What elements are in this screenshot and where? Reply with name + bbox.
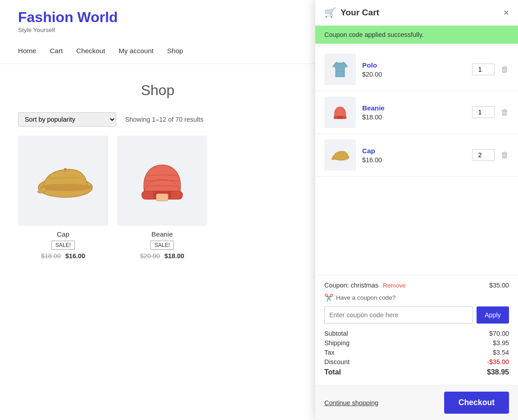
cart-item-polo-name: Polo (362, 61, 467, 69)
cart-item-polo-qty-input[interactable] (472, 64, 495, 75)
cart-title: Your Cart (341, 8, 504, 18)
cap-sale-badge: SALE! (51, 241, 75, 250)
cart-item-cap-qty-input[interactable] (472, 149, 495, 161)
cart-item-cap-price: $16.00 (362, 156, 467, 164)
cart-item-beanie: Beanie $18.00 🗑 (315, 91, 518, 134)
cart-item-beanie-delete-button[interactable]: 🗑 (501, 108, 509, 117)
main-content: Shop Sort by popularity Sort by latest S… (0, 64, 315, 278)
svg-rect-7 (156, 194, 168, 201)
svg-point-3 (64, 168, 67, 171)
product-name-beanie: Beanie SALE! $20.00 $18.00 (117, 230, 207, 260)
cart-icon: 🛒 (324, 7, 336, 18)
product-image-beanie[interactable] (117, 136, 207, 226)
cart-sidebar: 🛒 Your Cart × Coupon code applied succes… (315, 0, 518, 278)
cart-header: 🛒 Your Cart × (315, 0, 518, 26)
cap-original-price: $18.00 (41, 252, 61, 260)
cart-item-beanie-price: $18.00 (362, 114, 467, 121)
cart-item-polo-delete-button[interactable]: 🗑 (501, 65, 509, 74)
product-grid: Cap SALE! $18.00 $16.00 (18, 136, 297, 260)
cart-item-polo-qty-wrapper (472, 64, 495, 75)
beanie-sale-badge: SALE! (150, 241, 174, 250)
cart-footer: Coupon: christmas Remove $35.00 ✂️ Have … (315, 275, 518, 278)
cap-label: Cap (18, 230, 108, 238)
cart-item-beanie-name: Beanie (362, 104, 467, 112)
cart-item-polo: Polo $20.00 🗑 (315, 48, 518, 91)
cart-item-beanie-qty-input[interactable] (472, 106, 495, 118)
cap-sale-price: $16.00 (65, 252, 85, 260)
cart-item-beanie-image (324, 96, 356, 128)
beanie-label: Beanie (117, 230, 207, 238)
product-card-beanie: Beanie SALE! $20.00 $18.00 (117, 136, 207, 260)
shop-title: Shop (18, 82, 297, 99)
cart-item-beanie-info: Beanie $18.00 (362, 104, 467, 121)
product-card-cap: Cap SALE! $18.00 $16.00 (18, 136, 108, 260)
coupon-success-banner: Coupon code applied successfully. (315, 26, 518, 44)
nav-checkout[interactable]: Checkout (76, 47, 105, 55)
cart-item-cap-delete-button[interactable]: 🗑 (501, 151, 509, 160)
cart-item-cap-info: Cap $16.00 (362, 147, 467, 164)
filter-row: Sort by popularity Sort by latest Sort b… (18, 112, 297, 127)
cart-item-cap-qty-wrapper (472, 149, 495, 161)
beanie-original-price: $20.00 (140, 252, 160, 260)
nav-myaccount[interactable]: My account (118, 47, 154, 55)
results-text: Showing 1–12 of 70 results (125, 116, 204, 123)
beanie-prices: $20.00 $18.00 (117, 252, 207, 260)
cap-prices: $18.00 $16.00 (18, 252, 108, 260)
cart-item-cap-image (324, 139, 356, 171)
beanie-sale-badge-wrapper: SALE! (117, 241, 207, 252)
nav-home[interactable]: Home (18, 47, 36, 55)
cap-sale-badge-wrapper: SALE! (18, 241, 108, 252)
sort-select[interactable]: Sort by popularity Sort by latest Sort b… (18, 112, 116, 127)
nav-cart[interactable]: Cart (50, 47, 63, 55)
cart-item-cap-name: Cap (362, 147, 467, 155)
product-image-cap[interactable] (18, 136, 108, 226)
cart-items-list: Polo $20.00 🗑 Beanie $18.00 (315, 44, 518, 275)
svg-point-1 (40, 184, 92, 191)
product-name-cap: Cap SALE! $18.00 $16.00 (18, 230, 108, 260)
nav-shop[interactable]: Shop (167, 47, 183, 55)
beanie-sale-price: $18.00 (164, 252, 184, 260)
cart-close-button[interactable]: × (504, 7, 509, 18)
cart-item-polo-price: $20.00 (362, 71, 467, 78)
cart-item-polo-info: Polo $20.00 (362, 61, 467, 78)
cart-item-beanie-qty-wrapper (472, 106, 495, 118)
svg-rect-10 (337, 116, 343, 119)
cart-item-cap: Cap $16.00 🗑 (315, 134, 518, 177)
cart-item-polo-image (324, 54, 356, 85)
